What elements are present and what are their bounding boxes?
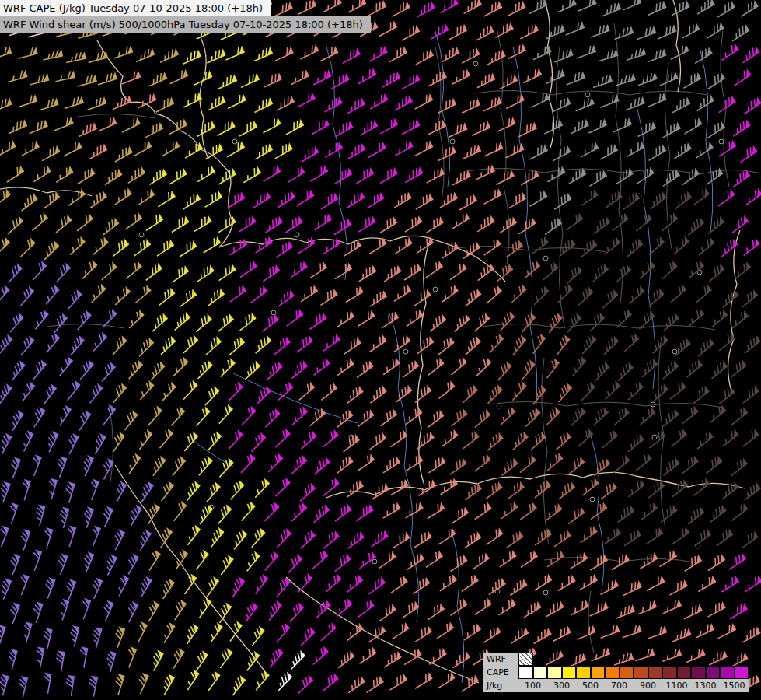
legend-swatch <box>591 666 606 679</box>
wind-barb <box>17 381 35 401</box>
wind-barb <box>411 672 432 688</box>
wind-barb <box>460 531 481 548</box>
wind-barb <box>504 481 524 499</box>
wind-barb <box>609 454 630 472</box>
wind-barb <box>409 577 430 594</box>
wind-barb <box>600 236 620 254</box>
wind-barb <box>192 313 212 331</box>
wind-barb <box>75 359 93 379</box>
wind-barb <box>424 456 445 473</box>
wind-barb <box>157 578 174 599</box>
wind-barb <box>742 188 761 205</box>
wind-barb <box>541 407 560 426</box>
wind-barb <box>0 578 11 599</box>
wind-barb <box>739 626 760 642</box>
wind-barb <box>563 21 584 35</box>
legend-swatch <box>648 666 663 679</box>
wind-barb <box>49 313 68 334</box>
wind-barb <box>54 405 71 426</box>
wind-barb <box>703 22 724 38</box>
wind-barb <box>101 168 122 184</box>
wind-barb <box>469 121 490 136</box>
wind-barb <box>252 143 273 159</box>
wind-barb <box>142 503 159 523</box>
wind-barb <box>493 361 511 380</box>
wind-barb <box>553 284 573 303</box>
wind-barb <box>713 528 733 545</box>
wind-barb <box>215 215 236 232</box>
wind-barb <box>124 310 144 328</box>
wind-barb <box>707 361 728 379</box>
wind-barb <box>740 482 760 500</box>
wind-barb <box>16 94 37 107</box>
wind-barb <box>331 262 352 278</box>
wind-barb <box>587 554 608 570</box>
wind-barb <box>124 359 142 379</box>
wind-barb <box>623 96 644 110</box>
wind-barb <box>182 525 200 545</box>
wind-barb <box>530 480 550 498</box>
wind-barb <box>28 407 45 428</box>
wind-barb <box>63 289 82 309</box>
wind-barb <box>538 262 558 281</box>
wind-barb <box>18 140 39 156</box>
wind-barb <box>7 360 26 380</box>
wind-barb <box>52 117 73 131</box>
wind-barb <box>530 45 551 60</box>
wind-barb <box>295 0 316 14</box>
wind-barb <box>619 192 639 209</box>
wind-barb <box>516 122 537 137</box>
wind-barb <box>518 170 539 185</box>
wind-barb <box>167 69 188 84</box>
wind-barb <box>111 145 132 162</box>
wind-barb <box>201 576 219 597</box>
wind-barb <box>436 574 457 591</box>
wind-barb <box>260 551 278 570</box>
wind-barb <box>412 49 433 65</box>
wind-barb <box>679 168 700 185</box>
wind-barb <box>111 626 125 647</box>
wind-barb <box>422 551 443 568</box>
wind-barb <box>78 260 97 278</box>
wind-barb <box>194 597 211 618</box>
wind-barb <box>573 97 594 111</box>
wind-barb <box>215 264 236 281</box>
wind-barb <box>39 145 60 161</box>
wind-barb <box>600 380 620 399</box>
wind-barb <box>158 622 175 643</box>
wind-barb <box>56 599 69 621</box>
wind-barb <box>30 165 51 181</box>
wind-barb <box>317 193 338 209</box>
wind-barb <box>363 676 384 693</box>
wind-barb <box>305 408 326 426</box>
wind-barb <box>236 313 256 331</box>
cape-legend: WRF CAPE J/kg 10030050070090011001300150… <box>483 653 749 692</box>
wind-barb <box>30 601 43 623</box>
wind-barb <box>119 117 140 132</box>
wind-barb <box>411 384 431 402</box>
wind-barb <box>670 628 691 642</box>
wind-barb <box>588 24 610 37</box>
wind-barb <box>224 429 243 449</box>
wind-barb <box>637 552 658 569</box>
wind-barb <box>65 51 86 62</box>
wind-barb <box>659 457 679 475</box>
wind-barb <box>122 646 136 667</box>
wind-barb <box>599 335 619 354</box>
wind-barb <box>39 191 59 209</box>
wind-barb <box>671 191 691 209</box>
wind-barb <box>240 166 261 183</box>
wind-barb <box>182 142 203 158</box>
wind-barb <box>321 96 342 112</box>
wind-barb <box>577 526 598 543</box>
city-marker <box>590 497 595 502</box>
legend-swatch <box>576 666 591 679</box>
admin-border <box>542 358 549 544</box>
wind-barb <box>689 188 709 206</box>
wind-barb <box>0 46 12 58</box>
wind-barb <box>610 117 631 132</box>
legend-swatch <box>605 666 620 679</box>
wind-barb <box>470 313 490 331</box>
wind-barb <box>739 46 760 63</box>
legend-tick: 1300 <box>695 679 717 692</box>
